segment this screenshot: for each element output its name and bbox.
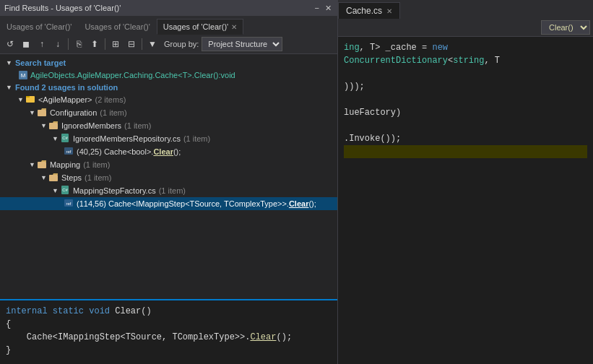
editor-tab-close-icon[interactable]: ✕ [386, 7, 392, 15]
search-target-label: Search target [15, 58, 66, 67]
next-result-button[interactable]: ↓ [51, 37, 65, 51]
tab-3[interactable]: Usages of 'Clear()' ✕ [157, 19, 243, 35]
code-line-3: Cache<IMappingStep<TSource, TComplexType… [6, 331, 332, 344]
filter-button[interactable]: ▼ [145, 37, 160, 51]
separator-2 [105, 38, 105, 50]
editor-content: ing, T> _cache = new ConcurrentDictionar… [338, 37, 593, 364]
ref-line-1[interactable]: ref (40,25) Cache<bool>.Clear(); [0, 145, 337, 158]
search-target-icon: M [17, 69, 29, 81]
msf-icon: C# [60, 185, 72, 196]
close-panel-button[interactable]: ✕ [324, 4, 333, 13]
prev-result-button[interactable]: ↑ [35, 37, 49, 51]
mapping-meta: (1 item) [83, 160, 110, 169]
editor-line-2 [344, 67, 587, 80]
svg-text:ref: ref [66, 202, 71, 206]
tabs-bar: Usages of 'Clear()' Usages of 'Clear()' … [0, 16, 337, 35]
stop-button[interactable]: ◼ [19, 37, 33, 51]
editor-toolbar: Clear() [338, 19, 593, 37]
svg-rect-3 [26, 96, 30, 98]
tab-3-label: Usages of 'Clear()' [163, 22, 228, 31]
tab-1-label: Usages of 'Clear()' [7, 22, 72, 31]
expand-button[interactable]: ⊞ [108, 37, 123, 51]
ignored-members-folder[interactable]: ▼ IgnoredMembers (1 item) [0, 119, 337, 132]
panel-title: Find Results - Usages of 'Clear()' [4, 4, 121, 12]
configuration-meta: (1 item) [100, 108, 126, 117]
comma-t: , T [484, 56, 500, 66]
code-line-4: } [6, 344, 332, 357]
pin-button[interactable]: − [313, 4, 321, 13]
editor-tab-filename: Cache.cs [346, 6, 382, 16]
panel-title-bar: Find Results - Usages of 'Clear()' − ✕ [0, 0, 337, 16]
find-results-panel: Find Results - Usages of 'Clear()' − ✕ U… [0, 0, 338, 364]
project-icon [25, 94, 37, 105]
cs-file-icon: C# [60, 133, 72, 144]
steps-folder[interactable]: ▼ Steps (1 item) [0, 171, 337, 184]
msf-meta: (1 item) [159, 186, 186, 195]
method-dropdown[interactable]: Clear() [541, 20, 590, 35]
editor-line-5: lueFactory) [344, 106, 587, 119]
ignored-repo-file[interactable]: ▼ C# IgnoredMembersRepository.cs (1 item… [0, 132, 337, 145]
steps-meta: (1 item) [85, 173, 111, 182]
mapping-name: Mapping [50, 160, 80, 169]
group-by-select[interactable]: Project Structure File None [202, 37, 282, 51]
found-triangle: ▼ [6, 84, 12, 91]
collapse-button[interactable]: ⊟ [124, 37, 139, 51]
mapping-triangle: ▼ [29, 161, 35, 168]
tab-3-close-icon[interactable]: ✕ [231, 23, 237, 31]
editor-tab-cache[interactable]: Cache.cs ✕ [338, 2, 400, 19]
search-target-triangle: ▼ [6, 59, 12, 66]
cache-call: Cache<IMappingStep<TSource, TComplexType… [27, 332, 251, 342]
editor-line-4 [344, 93, 587, 106]
string-type: string [453, 56, 484, 66]
mapping-folder-icon [37, 159, 48, 170]
tab-2-label: Usages of 'Clear()' [85, 22, 150, 31]
ignored-folder-icon [48, 120, 60, 131]
export-button[interactable]: ⬆ [87, 37, 102, 51]
call-parens: (); [276, 332, 292, 342]
tree-content: ▼ Search target M AgileObjects.AgileMapp… [0, 54, 337, 299]
group-by-label: Group by: [164, 40, 199, 48]
msf-name: MappingStepFactory.cs [73, 186, 156, 195]
tab-1[interactable]: Usages of 'Clear()' [0, 19, 78, 35]
ignored-members-name: IgnoredMembers [61, 121, 121, 130]
new-keyword: new [432, 43, 448, 53]
project-name: <AgileMapper> [38, 95, 92, 104]
code-line-1: internal static void Clear() [6, 305, 332, 318]
keyword-void: void [89, 306, 115, 316]
method-name: Clear() [115, 306, 151, 316]
refresh-button[interactable]: ↺ [3, 37, 17, 51]
type-span-1: ing [344, 43, 360, 53]
search-target-path[interactable]: M AgileObjects.AgileMapper.Caching.Cache… [0, 69, 337, 82]
steps-triangle: ▼ [40, 174, 47, 181]
folder-icon [37, 107, 48, 118]
mapping-folder[interactable]: ▼ Mapping (1 item) [0, 158, 337, 171]
svg-text:C#: C# [62, 188, 68, 192]
ref-line-2[interactable]: ref (114,56) Cache<IMappingStep<TSource,… [0, 197, 337, 210]
svg-text:M: M [21, 72, 26, 79]
search-target-header: ▼ Search target [0, 57, 337, 69]
svg-text:C#: C# [62, 136, 68, 140]
code-preview: internal static void Clear() { Cache<IMa… [0, 299, 337, 364]
editor-text-1: , T> _cache = [360, 43, 433, 53]
concurrent-dict: ConcurrentDictionary [344, 56, 448, 66]
ignored-repo-name: IgnoredMembersRepository.cs [73, 134, 181, 143]
ignored-repo-triangle: ▼ [52, 135, 59, 142]
mapping-step-factory-file[interactable]: ▼ C# MappingStepFactory.cs (1 item) [0, 184, 337, 197]
editor-line-1: ing, T> _cache = new ConcurrentDictionar… [344, 41, 587, 67]
panel-title-controls: − ✕ [313, 4, 333, 13]
editor-panel: Cache.cs ✕ Clear() ing, T> _cache = new … [338, 0, 593, 364]
msf-triangle: ▼ [52, 187, 59, 194]
found-header: ▼ Found 2 usages in solution [0, 82, 337, 93]
editor-line-6 [344, 119, 587, 132]
svg-rect-5 [49, 123, 58, 129]
project-node[interactable]: ▼ <AgileMapper> (2 items) [0, 93, 337, 106]
separator-1 [68, 38, 69, 50]
copy-button[interactable]: ⎘ [72, 37, 86, 51]
tab-2[interactable]: Usages of 'Clear()' [78, 19, 156, 35]
configuration-folder[interactable]: ▼ Configuration (1 item) [0, 106, 337, 119]
editor-line-8 [344, 145, 587, 158]
editor-tab-bar: Cache.cs ✕ [338, 0, 593, 19]
svg-text:ref: ref [66, 150, 71, 154]
project-meta: (2 items) [95, 95, 126, 104]
search-target-text: AgileObjects.AgileMapper.Caching.Cache<T… [30, 71, 235, 79]
